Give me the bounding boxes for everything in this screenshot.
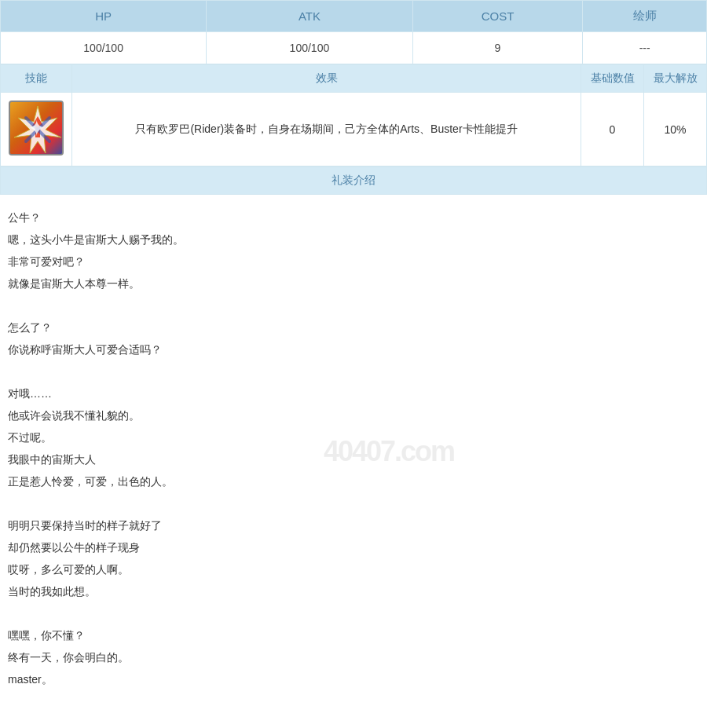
max-col-header: 最大解放 [644, 65, 707, 93]
stats-table: HP ATK COST 绘师 100/100 100/100 9 --- [0, 0, 707, 64]
base-col-header: 基础数值 [581, 65, 644, 93]
skills-table: 技能 效果 基础数值 最大解放 [0, 64, 707, 166]
intro-paragraph: 嘿嘿，你不懂？ [8, 624, 699, 646]
hp-value: 100/100 [1, 32, 207, 64]
intro-paragraph: 对哦…… [8, 382, 699, 404]
intro-paragraphs: 嗯，这头小牛是宙斯大人赐予我的。非常可爱对吧？就像是宙斯大人本尊一样。 怎么了？… [8, 229, 699, 690]
intro-paragraph [8, 602, 699, 624]
skill-icon-cell [1, 93, 72, 166]
intro-table: 礼装介绍 [0, 166, 707, 195]
intro-paragraph: 我眼中的宙斯大人 [8, 448, 699, 470]
cost-header: COST [412, 1, 583, 32]
artist-header: 绘师 [583, 1, 707, 32]
intro-paragraph: 当时的我如此想。 [8, 580, 699, 602]
intro-paragraph: 正是惹人怜爱，可爱，出色的人。 [8, 470, 699, 492]
cost-value: 9 [412, 32, 583, 64]
skill-icon [9, 101, 64, 155]
intro-title: 公牛？ [8, 207, 699, 229]
intro-paragraph: master。 [8, 668, 699, 690]
intro-paragraph [8, 492, 699, 514]
intro-paragraph [8, 294, 699, 316]
intro-paragraph: 他或许会说我不懂礼貌的。 [8, 404, 699, 426]
intro-paragraph: 明明只要保持当时的样子就好了 [8, 514, 699, 536]
intro-header: 礼装介绍 [1, 167, 707, 195]
intro-paragraph: 就像是宙斯大人本尊一样。 [8, 273, 699, 294]
intro-paragraph: 哎呀，多么可爱的人啊。 [8, 558, 699, 580]
intro-paragraph: 非常可爱对吧？ [8, 251, 699, 273]
artist-value: --- [583, 32, 707, 64]
skill-col-header: 技能 [1, 65, 72, 93]
atk-header: ATK [207, 1, 412, 32]
effect-col-header: 效果 [72, 65, 581, 93]
intro-paragraph: 却仍然要以公牛的样子现身 [8, 536, 699, 558]
intro-paragraph: 你说称呼宙斯大人可爱合适吗？ [8, 338, 699, 360]
intro-paragraph: 不过呢。 [8, 426, 699, 448]
intro-paragraph: 终有一天，你会明白的。 [8, 646, 699, 668]
hp-header: HP [1, 1, 207, 32]
skill-effect-cell: 只有欧罗巴(Rider)装备时，自身在场期间，己方全体的Arts、Buster卡… [72, 93, 581, 166]
svg-marker-2 [32, 116, 43, 137]
intro-paragraph: 怎么了？ [8, 316, 699, 338]
skill-base-value: 0 [581, 93, 644, 166]
intro-paragraph [8, 360, 699, 382]
skill-icon-svg [10, 102, 64, 155]
skill-max-value: 10% [644, 93, 707, 166]
intro-paragraph: 嗯，这头小牛是宙斯大人赐予我的。 [8, 229, 699, 251]
intro-content: 40407.com 公牛？ 嗯，这头小牛是宙斯大人赐予我的。非常可爱对吧？就像是… [0, 195, 707, 702]
atk-value: 100/100 [207, 32, 412, 64]
